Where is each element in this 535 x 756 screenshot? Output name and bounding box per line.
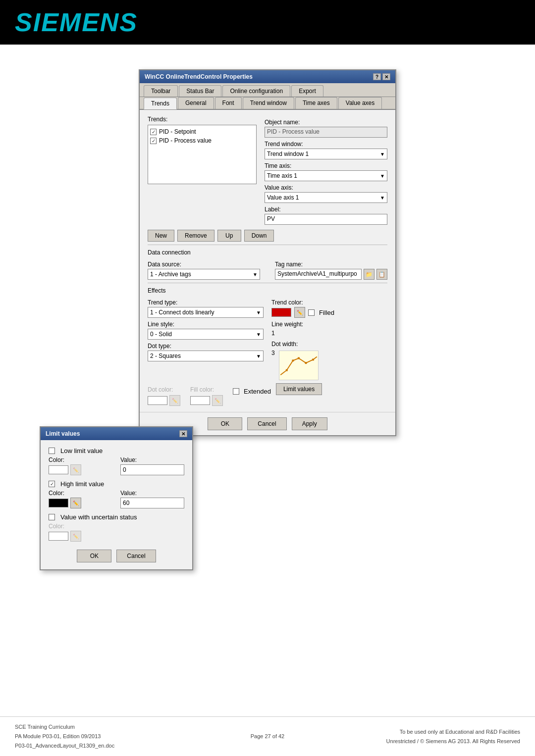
extended-row: Extended	[233, 388, 271, 395]
trend-setpoint-checkbox[interactable]	[150, 129, 157, 135]
trend-type-label: Trend type:	[148, 299, 264, 306]
trend-type-value: 1 - Connect dots linearly	[150, 309, 214, 316]
tab-font[interactable]: Font	[215, 97, 242, 109]
high-color-swatch[interactable]	[49, 499, 68, 507]
ok-button[interactable]: OK	[208, 417, 242, 430]
low-limit-checkbox[interactable]	[49, 448, 55, 454]
high-value-input[interactable]	[120, 498, 184, 508]
trend-type-dropdown[interactable]: 1 - Connect dots linearly ▼	[148, 307, 264, 318]
tab-trend-window[interactable]: Trend window	[243, 97, 294, 109]
trend-item-setpoint[interactable]: PID - Setpoint	[150, 127, 254, 136]
limit-cancel-button[interactable]: Cancel	[116, 550, 156, 562]
trend-item-process[interactable]: PID - Process value	[150, 136, 254, 145]
filled-row: Filled	[308, 309, 334, 316]
limit-ok-button[interactable]: OK	[77, 550, 111, 562]
value-axis-dropdown[interactable]: Value axis 1 ▼	[265, 192, 387, 203]
dot-type-arrow: ▼	[256, 353, 261, 359]
data-source-label: Data source:	[148, 261, 260, 268]
dot-width-label: Dot width:	[271, 341, 387, 348]
extended-checkbox[interactable]	[233, 388, 239, 395]
trend-color-row: ✏️ Filled	[271, 307, 387, 318]
trend-window-dropdown[interactable]: Trend window 1 ▼	[265, 149, 387, 159]
dialog-main-titlebar: WinCC OnlineTrendControl Properties ? ✕	[140, 70, 395, 83]
low-value-input[interactable]	[120, 464, 184, 475]
dot-type-dropdown[interactable]: 2 - Squares ▼	[148, 351, 264, 361]
data-source-dropdown[interactable]: 1 - Archive tags ▼	[148, 269, 260, 280]
footer-page: Page 27 of 42	[183, 732, 352, 741]
dot-color-swatch	[148, 396, 167, 405]
time-axis-value: Time axis 1	[267, 172, 297, 179]
line-weight-value: 1	[271, 329, 387, 338]
effects-grid: Trend type: 1 - Connect dots linearly ▼ …	[148, 296, 387, 380]
tag-select-icon[interactable]: 📋	[376, 269, 387, 280]
limit-values-button[interactable]: Limit values	[276, 383, 322, 395]
cancel-button[interactable]: Cancel	[247, 417, 286, 430]
label-field-input[interactable]: PV	[265, 214, 387, 225]
header: SIEMENS	[0, 0, 535, 45]
remove-button[interactable]: Remove	[177, 230, 214, 242]
tag-browse-icon[interactable]: 📁	[364, 269, 374, 280]
limit-close-button[interactable]: ✕	[179, 430, 187, 437]
low-value-col: Value:	[120, 456, 184, 475]
high-limit-checkbox[interactable]	[49, 481, 55, 487]
tab-toolbar[interactable]: Toolbar	[144, 85, 178, 97]
dot-section: Dot color: ✏️	[148, 383, 180, 406]
dialog-limit-title: Limit values	[46, 430, 80, 437]
low-limit-fields: Color: ✏️ Value:	[49, 456, 184, 475]
tag-name-label: Tag name:	[275, 261, 387, 268]
divider-1	[148, 245, 387, 245]
footer-right-line2: Unrestricted / © Siemens AG 2013. All Ri…	[352, 737, 520, 746]
down-button[interactable]: Down	[244, 230, 274, 242]
trend-type-arrow: ▼	[256, 310, 261, 315]
uncertain-fields: Color: ✏️	[49, 523, 184, 542]
close-button[interactable]: ✕	[382, 73, 390, 80]
data-source-value: 1 - Archive tags	[150, 271, 191, 278]
tab-time-axes[interactable]: Time axes	[295, 97, 337, 109]
tag-name-input[interactable]: SystemArchive\A1_multipurpo	[275, 269, 362, 280]
apply-button[interactable]: Apply	[292, 417, 327, 430]
tab-row-2: Trends General Font Trend window Time ax…	[140, 97, 395, 110]
uncertain-header: Value with uncertain status	[49, 513, 184, 521]
high-color-edit[interactable]: ✏️	[70, 498, 81, 508]
line-style-dropdown[interactable]: 0 - Solid ▼	[148, 329, 264, 340]
trend-window-value: Trend window 1	[267, 151, 309, 157]
extended-label: Extended	[244, 388, 271, 395]
filled-label: Filled	[319, 309, 334, 316]
tab-value-axes[interactable]: Value axes	[338, 97, 382, 109]
fill-color-swatch	[190, 396, 210, 405]
high-value-label: Value:	[120, 490, 184, 497]
left-column: Trends: PID - Setpoint PID - Process val…	[148, 116, 257, 225]
limit-body: Low limit value Color: ✏️ Value:	[41, 440, 192, 569]
uncertain-color-swatch	[49, 532, 68, 541]
svg-rect-3	[298, 357, 300, 359]
tab-trends[interactable]: Trends	[144, 98, 177, 109]
trends-list: PID - Setpoint PID - Process value	[148, 125, 257, 184]
up-button[interactable]: Up	[217, 230, 241, 242]
effects-left: Trend type: 1 - Connect dots linearly ▼ …	[148, 296, 264, 380]
filled-checkbox[interactable]	[308, 309, 315, 316]
low-limit-label: Low limit value	[60, 447, 103, 454]
tab-general[interactable]: General	[178, 97, 214, 109]
object-name-value: PID - Process value	[265, 127, 387, 138]
tag-name-row: SystemArchive\A1_multipurpo 📁 📋	[275, 269, 387, 280]
trend-process-checkbox[interactable]	[150, 138, 157, 144]
extended-limit-row: Extended Limit values	[233, 383, 387, 397]
tab-export[interactable]: Export	[291, 85, 323, 97]
tab-status-bar[interactable]: Status Bar	[179, 85, 221, 97]
uncertain-label: Value with uncertain status	[60, 513, 137, 521]
page-footer: SCE Training Curriculum PA Module P03-01…	[0, 716, 535, 756]
trend-process-label: PID - Process value	[159, 137, 212, 144]
low-limit-section: Low limit value Color: ✏️ Value:	[49, 447, 184, 475]
trend-color-swatch[interactable]	[271, 308, 291, 317]
new-button[interactable]: New	[148, 230, 174, 242]
trend-color-edit[interactable]: ✏️	[294, 307, 305, 318]
limit-footer: OK Cancel	[49, 547, 184, 562]
time-axis-dropdown[interactable]: Time axis 1 ▼	[265, 170, 387, 181]
tab-online-config[interactable]: Online configuration	[222, 85, 290, 97]
tag-name-col: Tag name: SystemArchive\A1_multipurpo 📁 …	[275, 258, 387, 280]
line-style-value: 0 - Solid	[150, 331, 172, 338]
uncertain-checkbox[interactable]	[49, 514, 55, 520]
uncertain-color-label: Color:	[49, 523, 184, 530]
help-button[interactable]: ?	[373, 73, 381, 80]
svg-rect-1	[286, 369, 288, 371]
